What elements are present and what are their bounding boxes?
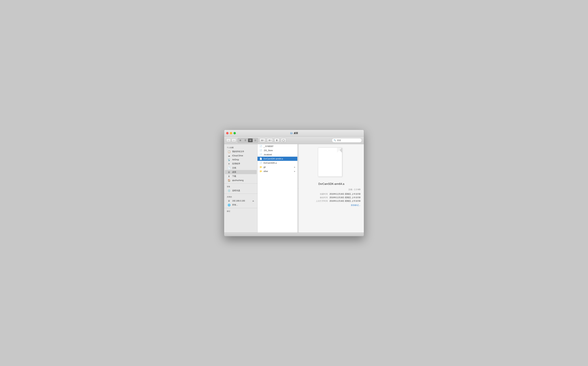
file-doc-icon-2: 📄 [260,149,262,152]
file-doc-icon-4: 📄 [260,158,262,160]
sidebar-label-network1: 192.168.0.193 [232,200,245,202]
group-by-button[interactable]: ⊞ ▾ [260,138,266,143]
preview-pane: DvrCamSDK-arm64.a 文稿 - 2.3 MB 创建时间 2016年… [299,144,364,232]
folder-title-icon: 🗂 [290,132,293,135]
file-item-symdef[interactable]: 📄 _.SYMDEF [258,144,297,148]
file-item-dvrcamsdk-arm64[interactable]: 📄 DvrCamSDK-arm64.a [258,157,297,161]
search-icon: 🔍 [334,139,336,141]
file-item-other[interactable]: 📁 other ▶ [258,169,297,173]
preview-meta: 文稿 - 2.3 MB 创建时间 2016年11月18日 星期五 上午10:50… [302,188,360,207]
all-network-icon: 🌐 [228,204,230,206]
window-title: 🗂 桌面 [290,132,298,135]
back-icon: ‹ [228,139,229,141]
sidebar: 个人收藏 📋 我的所有文件 ☁ iCloud Drive 📡 AirDrop ✦… [224,144,258,232]
sidebar-item-downloads[interactable]: ⬇ 下载 [225,174,257,178]
preview-file-icon [318,147,345,179]
file-item-dvrcamsdk[interactable]: 📄 DvrCamSDK.a [258,161,297,165]
forward-button[interactable]: › [231,138,236,142]
sidebar-divider-2 [224,194,257,194]
sidebar-item-icloud[interactable]: ☁ iCloud Drive [225,154,257,158]
statusbar [224,232,364,236]
file-doc-icon-5: 📄 [260,162,262,164]
file-doc-icon: 📄 [260,145,262,147]
home-icon: 🏠 [228,179,230,182]
sidebar-item-airdrop[interactable]: 📡 AirDrop [225,158,257,162]
sidebar-item-all-network[interactable]: 🌐 所有... [225,203,257,207]
all-files-icon: 📋 [228,150,230,153]
view-list-button[interactable]: ☰ [243,138,248,142]
back-button[interactable]: ‹ [226,138,231,142]
traffic-lights [226,132,236,134]
file-item-git[interactable]: 📁 git ▶ [258,165,297,169]
sidebar-label-documents: 文稿 [232,167,236,169]
search-input[interactable] [337,139,360,142]
sidebar-item-apps[interactable]: ✦ 应用程序 [225,162,257,166]
file-name-dvrcamsdk-arm64: DvrCamSDK-arm64.a [264,158,295,160]
sidebar-section-personal: 个人收藏 [224,145,257,150]
view-icon-icon: ⊞ [239,139,241,142]
preview-opened-row: 上次打开时间 2016年11月18日 星期五 上午10:50 [302,200,360,203]
preview-file-paper [318,147,342,177]
icloud-icon: ☁ [228,154,230,157]
action-button[interactable]: ⚙ ▾ [267,138,273,143]
sidebar-label-apps: 应用程序 [232,162,240,165]
close-button[interactable] [226,132,229,134]
main-content: 个人收藏 📋 我的所有文件 ☁ iCloud Drive 📡 AirDrop ✦… [224,144,364,232]
toolbar: ‹ › ⊞ ☰ ⊟ ⊡ ⊞ ▾ ⚙ ▾ [224,137,364,144]
eject-button[interactable]: ⏏ [252,200,254,202]
file-doc-icon-3: 📄 [260,153,262,156]
last-opened-label: 上次打开时间 [316,200,328,203]
sidebar-label-airdrop: AirDrop [232,159,239,161]
file-item-ds-store[interactable]: 📄 .DS_Store [258,148,297,152]
network1-icon: 🖥 [228,199,230,202]
folder-icon-git: 📁 [260,166,262,168]
view-list-icon: ☰ [244,139,246,142]
title-text: 桌面 [294,132,298,135]
sidebar-item-disc[interactable]: 💿 远程光盘 [225,189,257,193]
resize-handle[interactable]: ⋮ [298,144,299,232]
sidebar-section-shared: 共享的 [224,195,257,199]
titlebar: 🗂 桌面 [224,130,364,137]
sidebar-item-desktop[interactable]: 🖥 桌面 [225,170,257,174]
share-icon: ⬆ [276,139,278,142]
preview-subtitle: 文稿 - 2.3 MB [302,188,360,191]
disc-icon: 💿 [228,189,230,192]
view-icon-button[interactable]: ⊞ [238,138,243,142]
file-name-symdef: _.SYMDEF [264,145,295,147]
sidebar-label-all-network: 所有... [232,204,238,206]
add-tag-link[interactable]: 添加标记... [302,204,360,207]
last-opened-value: 2016年11月18日 星期五 上午10:50 [329,200,360,203]
search-box[interactable]: 🔍 [332,138,362,143]
gear-icon: ⚙ [268,139,270,142]
folder-arrow-git: ▶ [294,166,295,168]
sidebar-label-home: qiuzhucheng [232,179,244,182]
nav-buttons: ‹ › [226,138,236,142]
sidebar-section-tags: 标记 [224,209,257,213]
view-column-button[interactable]: ⊟ [248,138,253,142]
sidebar-item-documents[interactable]: 📄 文稿 [225,166,257,170]
file-name-other: other [264,170,293,173]
maximize-button[interactable] [234,132,236,134]
created-value: 2016年11月18日 星期五 上午10:50 [329,193,360,196]
created-label: 创建时间 [320,193,328,196]
sidebar-item-network1[interactable]: 🖥 192.168.0.193 ⏏ [225,199,257,203]
minimize-button[interactable] [230,132,232,134]
modified-value: 2016年11月18日 星期五 上午10:50 [329,196,360,199]
file-list-pane: 📄 _.SYMDEF 📄 .DS_Store 📄 .localized 📄 Dv… [258,144,298,232]
downloads-icon: ⬇ [228,175,230,178]
action-dropdown-icon: ▾ [271,139,271,141]
tag-icon: ◯ [282,139,285,142]
sidebar-item-all-files[interactable]: 📋 我的所有文件 [225,150,257,154]
sidebar-label-disc: 远程光盘 [232,189,240,192]
apps-icon: ✦ [228,162,230,165]
file-name-ds-store: .DS_Store [264,149,295,152]
tag-button[interactable]: ◯ [281,138,286,143]
share-button[interactable]: ⬆ [274,138,280,143]
sidebar-section-devices: 设备 [224,184,257,189]
sidebar-item-home[interactable]: 🏠 qiuzhucheng [225,178,257,182]
file-item-localized[interactable]: 📄 .localized [258,152,297,157]
view-column-icon: ⊟ [250,139,251,142]
folder-icon-other: 📁 [260,170,262,173]
dropdown-arrow-icon: ▾ [263,139,264,141]
view-cover-button[interactable]: ⊡ [253,138,258,142]
